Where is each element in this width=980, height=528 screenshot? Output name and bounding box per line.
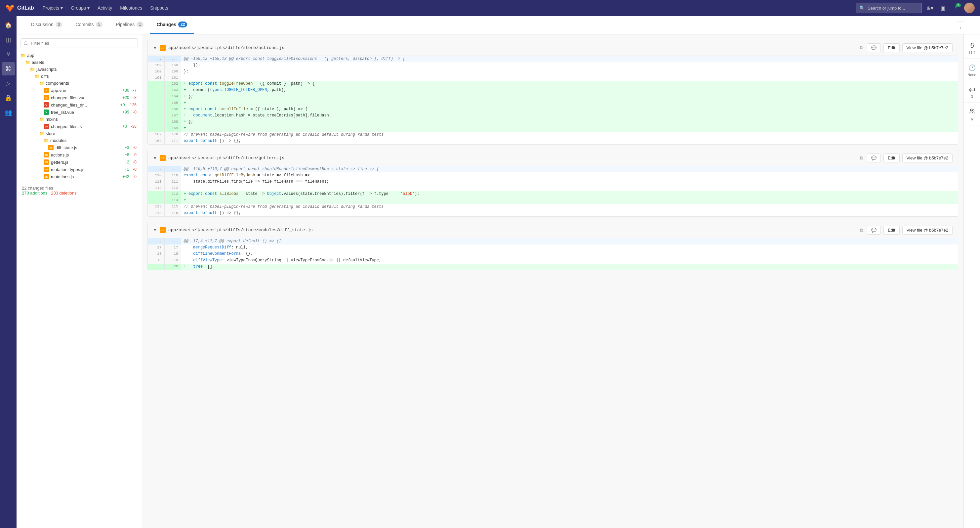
view-file-btn-1[interactable]: View file @ b5b7e7e2 — [902, 43, 953, 52]
collapse-btn-1[interactable]: ▼ — [153, 46, 157, 50]
code-line: 112 112 — [148, 185, 958, 191]
tree-folder-diffs[interactable]: 📁 diffs — [21, 73, 138, 80]
tab-pipelines-label: Pipelines — [116, 22, 135, 27]
view-file-btn-2[interactable]: View file @ b5b7e7e2 — [902, 153, 953, 163]
time-value: 11.4 — [969, 51, 975, 54]
merge-requests-btn[interactable]: ⑂ 2 — [951, 3, 961, 13]
code-line: 161 161 — [148, 75, 958, 81]
tree-file-actions-js[interactable]: JS actions.js +8 -0 — [21, 151, 138, 158]
nav-projects[interactable]: Projects ▾ — [39, 3, 66, 13]
search-placeholder: Search or jump to... — [868, 6, 905, 11]
nav-milestones[interactable]: Milestones — [117, 3, 145, 13]
code-line-add: 113 + export const allBlobs = state => O… — [148, 191, 958, 197]
nav-gitlab-text: GitLab — [17, 5, 34, 11]
tab-discussion[interactable]: Discussion 0 — [24, 16, 69, 34]
widget-labels: 🏷 3 — [964, 82, 980, 103]
tree-folder-store[interactable]: 📁 store — [21, 130, 138, 137]
sidebar-icon: ▣ — [941, 5, 946, 11]
tree-file-tree-list-vue[interactable]: V tree_list.vue +99 -0 — [21, 108, 138, 116]
comment-btn-2[interactable]: 💬 — [867, 153, 881, 163]
view-file-btn-3[interactable]: View file @ b5b7e7e2 — [902, 226, 953, 234]
tab-commits[interactable]: Commits 5 — [69, 16, 109, 34]
sidebar-home[interactable]: 🏠 — [2, 19, 15, 32]
nav-activity[interactable]: Activity — [94, 3, 115, 13]
tree-file-getters-js[interactable]: JS getters.js +2 -0 — [21, 158, 138, 166]
icon-sidebar: 🏠 ◫ ⑂ ⌘ ▷ 🔒 👥 — [0, 16, 16, 528]
nav-right: 🔍 Search or jump to... ⊕▾ ▣ ⑂ 2 — [856, 3, 975, 13]
filter-files-input[interactable] — [21, 38, 138, 48]
time-icon: ⏱ — [969, 42, 975, 49]
diff-file-actions-1: 💬 Edit View file @ b5b7e7e2 — [867, 43, 953, 52]
milestone-icon: 🕐 — [969, 64, 976, 72]
tree-folder-javascripts[interactable]: 📁 javascripts — [21, 66, 138, 73]
user-avatar-btn[interactable] — [964, 3, 975, 13]
copy-path-btn-1[interactable]: ⧉ — [858, 44, 864, 52]
collapse-btn-2[interactable]: ▼ — [153, 156, 157, 160]
search-box[interactable]: 🔍 Search or jump to... — [856, 3, 922, 13]
content-area: 📁 app 📁 assets 📁 javascripts 📁 diffs — [16, 34, 980, 528]
code-line-add: 168 + }; — [148, 119, 958, 125]
sidebar-mergerequests[interactable]: ⑂ — [2, 48, 15, 61]
nav-groups[interactable]: Groups ▾ — [67, 3, 93, 13]
edit-btn-3[interactable]: Edit — [883, 226, 899, 234]
diff-area: ▼ JS app/assets/javascripts/diffs/store/… — [142, 34, 964, 528]
folder-icon: 📁 — [25, 60, 30, 65]
tree-folder-mixins[interactable]: 📁 mixins — [21, 116, 138, 123]
tree-folder-assets[interactable]: 📁 assets — [21, 59, 138, 66]
collapse-btn-3[interactable]: ▼ — [153, 228, 157, 232]
sidebar-toggle-btn[interactable]: ▣ — [938, 3, 948, 13]
sidebar-ci[interactable]: ▷ — [2, 77, 15, 90]
folder-icon: 📁 — [39, 117, 44, 122]
main-content: Discussion 0 Commits 5 Pipelines 1 Chang… — [16, 16, 980, 528]
file-type-icon-3: JS — [160, 227, 165, 233]
tree-folder-components[interactable]: 📁 components — [21, 80, 138, 87]
vue-file-icon: V — [44, 102, 49, 107]
gitlab-logo[interactable]: GitLab — [5, 3, 34, 13]
diff-file-actions-2: 💬 Edit View file @ b5b7e7e2 — [867, 153, 953, 163]
svg-point-1 — [972, 110, 974, 112]
participants-icon — [969, 108, 975, 116]
diff-file-path-2: app/assets/javascripts/diffs/store/gette… — [168, 155, 856, 160]
sidebar-members[interactable]: 👥 — [2, 106, 15, 119]
code-line-add: 167 + document.location.hash = state.tre… — [148, 112, 958, 119]
tree-folder-modules[interactable]: 📁 modules — [21, 137, 138, 144]
plus-btn[interactable]: ⊕▾ — [924, 3, 935, 13]
code-line: 17 17 mergeRequestDiff: null, — [148, 244, 958, 251]
code-line: 114 116 export default () => {}; — [148, 210, 958, 216]
widget-milestone: 🕐 None — [964, 60, 980, 81]
diff-file-header-3: ▼ JS app/assets/javascripts/diffs/store/… — [148, 222, 958, 238]
edit-btn-2[interactable]: Edit — [883, 153, 899, 163]
tree-file-app-vue[interactable]: V app.vue +30 -7 — [21, 87, 138, 94]
hunk-line: ... ... @@ -159,13 +159,13 @@ export con… — [148, 56, 958, 62]
copy-path-btn-3[interactable]: ⧉ — [858, 226, 864, 234]
tab-pipelines[interactable]: Pipelines 1 — [109, 16, 150, 34]
sidebar-security[interactable]: 🔒 — [2, 91, 15, 105]
tab-changes[interactable]: Changes 22 — [150, 16, 194, 34]
tree-file-diff-state[interactable]: JS diff_state.js +3 -0 — [21, 144, 138, 151]
comment-btn-3[interactable]: 💬 — [867, 226, 881, 234]
right-sidebar: ⏱ 11.4 🕐 None 🏷 3 6 — [964, 34, 980, 528]
tree-file-mutation-types[interactable]: JS mutation_types.js +1 -0 — [21, 166, 138, 173]
nav-snippets[interactable]: Snippets — [147, 3, 171, 13]
tree-folder-app[interactable]: 📁 app — [21, 52, 138, 59]
tree-file-changed-files-dr[interactable]: V changed_files_dr... +0 -126 — [21, 101, 138, 108]
tree-file-changed-files-vue[interactable]: V changed_files.vue +20 -8 — [21, 94, 138, 101]
code-table-1: ... ... @@ -159,13 +159,13 @@ export con… — [148, 56, 958, 144]
copy-path-btn-2[interactable]: ⧉ — [858, 154, 864, 162]
tree-file-changed-files-js[interactable]: JS changed_files.js +0 -38 — [21, 123, 138, 130]
tab-commits-count: 5 — [96, 21, 103, 27]
edit-btn-1[interactable]: Edit — [883, 43, 899, 52]
code-line: 111 111 state.diffFiles.find(file => fil… — [148, 179, 958, 185]
right-sidebar-collapse-btn[interactable]: › — [957, 21, 964, 34]
code-line: 110 110 export const getDiffFileByHash =… — [148, 172, 958, 179]
comment-btn-1[interactable]: 💬 — [867, 43, 881, 52]
sidebar-code[interactable]: ⌘ — [2, 62, 15, 75]
code-line-add: 166 + export const scrollToFile = ({ sta… — [148, 106, 958, 112]
diff-file-header-1: ▼ JS app/assets/javascripts/diffs/store/… — [148, 40, 958, 56]
tree-file-mutations-js[interactable]: JS mutations.js +42 -0 — [21, 173, 138, 180]
diff-file-getters-js: ▼ JS app/assets/javascripts/diffs/store/… — [148, 150, 958, 217]
tab-changes-label: Changes — [157, 22, 176, 27]
hunk-line: ... ... @@ -17,4 +17,7 @@ export default… — [148, 238, 958, 244]
sidebar-issues[interactable]: ◫ — [2, 33, 15, 46]
tab-changes-count: 22 — [178, 21, 187, 27]
